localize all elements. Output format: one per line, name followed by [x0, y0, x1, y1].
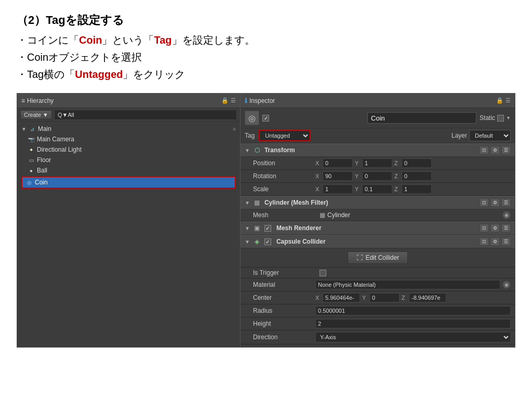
meshfilter-arrow: ▼	[245, 200, 250, 206]
scale-z-input[interactable]	[402, 184, 432, 194]
height-fields	[315, 319, 511, 328]
position-z-input[interactable]	[402, 158, 432, 168]
material-input[interactable]	[315, 280, 500, 289]
collider-name: Capsule Collider	[276, 238, 476, 245]
material-row: Material ◉	[241, 278, 515, 291]
edit-collider-button[interactable]: ⛶ Edit Collider	[348, 251, 408, 264]
static-checkbox[interactable]	[497, 115, 504, 122]
collider-btn3[interactable]: ☰	[501, 237, 511, 246]
inspector-panel: ℹ Inspector 🔒 ☰ ◎ Static	[241, 94, 515, 347]
tree-item-floor[interactable]: ▭ Floor	[17, 155, 240, 165]
height-input[interactable]	[315, 319, 511, 328]
ball-icon: ●	[28, 167, 35, 174]
meshfilter-btn1[interactable]: ⊡	[480, 198, 489, 207]
rot-z-label: Z	[394, 173, 401, 179]
camera-icon: 📷	[28, 136, 35, 143]
radius-input[interactable]	[315, 306, 511, 315]
rotation-z-input[interactable]	[402, 171, 432, 181]
inspector-name-row: ◎ Static ▼	[241, 108, 515, 128]
center-x-label: X	[315, 295, 322, 301]
hierarchy-search[interactable]	[54, 110, 237, 120]
transform-rotation-row: Rotation X Y Z	[241, 170, 515, 183]
mesh-value: ▦ Cylinder	[320, 211, 350, 219]
center-z-input[interactable]	[409, 293, 446, 302]
is-trigger-checkbox[interactable]	[320, 270, 326, 276]
component-collider-header[interactable]: ▼ ◈ Capsule Collider ⊡ ⚙ ☰	[241, 235, 515, 248]
center-y-input[interactable]	[369, 293, 400, 302]
collider-btn2[interactable]: ⚙	[490, 237, 500, 246]
transform-btn3[interactable]: ☰	[501, 146, 511, 154]
inspector-lock-icon[interactable]: 🔒	[496, 97, 503, 104]
meshrenderer-btn2[interactable]: ⚙	[490, 224, 500, 232]
center-z-field: Z	[402, 293, 446, 302]
radius-label: Radius	[253, 307, 315, 314]
layer-dropdown[interactable]: Default	[469, 130, 511, 141]
edit-collider-label: Edit Collider	[366, 254, 400, 261]
direction-select[interactable]: Y-Axis	[315, 332, 511, 342]
component-meshfilter-header[interactable]: ▼ ▦ Cylinder (Mesh Filter) ⊡ ⚙ ☰	[241, 196, 515, 209]
center-z-label: Z	[402, 295, 408, 301]
collider-btn1[interactable]: ⊡	[480, 237, 489, 246]
center-y-field: Y	[362, 293, 400, 302]
meshrenderer-btn1[interactable]: ⊡	[480, 224, 489, 232]
mesh-select-dot[interactable]: ◉	[502, 211, 511, 219]
edit-collider-icon: ⛶	[356, 254, 363, 261]
active-checkbox[interactable]	[262, 115, 269, 122]
static-dropdown-arrow[interactable]: ▼	[506, 115, 511, 121]
transform-scale-row: Scale X Y Z	[241, 183, 515, 196]
tag-dropdown[interactable]: Untagged	[259, 130, 311, 141]
line3-suffix: 」をクリック	[123, 69, 185, 80]
instruction-title: （2）Tagを設定する	[17, 12, 515, 28]
object-name-input[interactable]	[367, 112, 476, 124]
meshrenderer-name: Mesh Renderer	[276, 224, 476, 232]
meshrenderer-checkbox[interactable]	[264, 225, 271, 232]
rotation-y-input[interactable]	[362, 171, 392, 181]
rotation-x-input[interactable]	[323, 171, 353, 181]
transform-btn2[interactable]: ⚙	[490, 146, 500, 154]
tree-item-coin[interactable]: ◎ Coin	[21, 176, 236, 189]
tag-label: Tag	[245, 132, 255, 139]
static-row: Static ▼	[480, 114, 511, 122]
component-transform-header[interactable]: ▼ ⬡ Transform ⊡ ⚙ ☰	[241, 143, 515, 157]
lock-icon[interactable]: 🔒	[221, 97, 229, 104]
material-select-dot[interactable]: ◉	[502, 281, 511, 289]
inspector-menu-icon[interactable]: ☰	[506, 97, 511, 104]
tree-item-ball[interactable]: ● Ball	[17, 165, 240, 176]
scale-x-input[interactable]	[323, 184, 353, 194]
mesh-label: Mesh	[253, 211, 315, 219]
transform-icon: ⬡	[253, 146, 261, 154]
scale-x-field: X	[315, 184, 353, 194]
inspector-content: ◎ Static ▼ Tag Untagged Lay	[241, 108, 515, 347]
light-icon: ✦	[28, 146, 35, 153]
pos-y-label: Y	[355, 160, 361, 166]
floor-icon: ▭	[28, 156, 35, 164]
meshfilter-btn3[interactable]: ☰	[501, 198, 511, 207]
center-x-field: X	[315, 293, 360, 302]
inspector-header: ℹ Inspector 🔒 ☰	[241, 94, 515, 108]
line1-red2: Tag	[154, 34, 171, 46]
tree-item-directional-light[interactable]: ✦ Directional Light	[17, 144, 240, 155]
collider-checkbox[interactable]	[264, 238, 271, 245]
position-x-input[interactable]	[323, 158, 353, 168]
meshfilter-icon: ▦	[253, 198, 261, 207]
menu-icon[interactable]: ☰	[231, 97, 236, 104]
component-meshrenderer-header[interactable]: ▼ ▣ Mesh Renderer ⊡ ⚙ ☰	[241, 221, 515, 235]
center-x-input[interactable]	[323, 293, 360, 302]
transform-btn1[interactable]: ⊡	[480, 146, 489, 154]
tree-label-directional-light: Directional Light	[37, 146, 82, 153]
tree-item-main-camera[interactable]: 📷 Main Camera	[17, 134, 240, 144]
direction-row: Direction Y-Axis	[241, 330, 515, 344]
hierarchy-panel: ≡ Hierarchy 🔒 ☰ Create ▼ ▼ ⊿ Main ≡ 📷	[17, 94, 241, 347]
edit-collider-row: ⛶ Edit Collider	[241, 248, 515, 268]
inspector-info-icon: ℹ	[245, 97, 247, 104]
position-y-field: Y	[355, 158, 392, 168]
tree-item-main[interactable]: ▼ ⊿ Main ≡	[17, 124, 240, 134]
hierarchy-header-icons: 🔒 ☰	[221, 97, 236, 104]
center-y-label: Y	[362, 295, 368, 301]
main-options-icon[interactable]: ≡	[233, 126, 236, 132]
position-y-input[interactable]	[362, 158, 392, 168]
meshrenderer-btn3[interactable]: ☰	[501, 224, 511, 232]
meshfilter-btn2[interactable]: ⚙	[490, 198, 500, 207]
scale-y-input[interactable]	[362, 184, 392, 194]
create-button[interactable]: Create ▼	[20, 110, 52, 119]
